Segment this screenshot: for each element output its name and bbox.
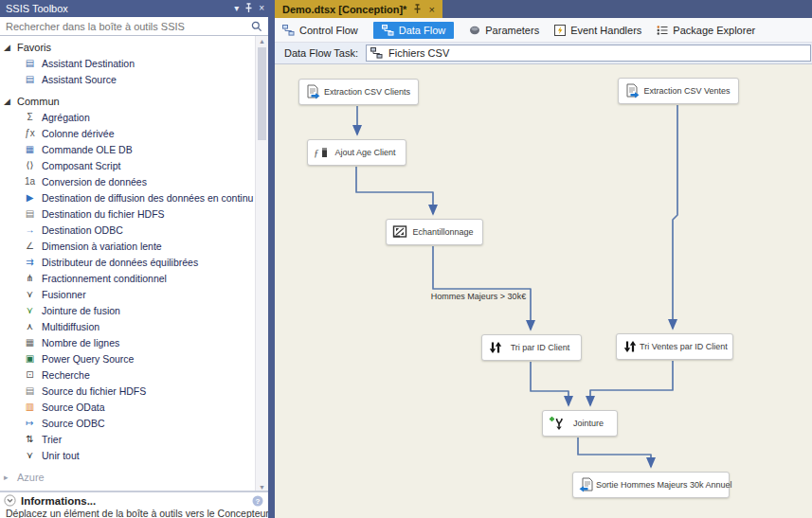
toolbox-item-assistant-source[interactable]: ▤ Assistant Source: [0, 71, 268, 87]
toolbox-title: SSIS Toolbox: [6, 3, 234, 14]
toolbox-search: [0, 17, 268, 36]
scroll-down-icon[interactable]: ▼: [256, 484, 268, 491]
sort-icon: ⇅: [23, 433, 37, 446]
hdfs-file-destination-icon: ▤: [23, 207, 37, 221]
toolbox-item-multicast[interactable]: ⋏ Multidiffusion: [0, 318, 268, 334]
designer-tabs: Control Flow Data Flow Parameters: [275, 18, 812, 43]
info-title: Informations...: [21, 495, 96, 507]
section-commun[interactable]: ◢ Commun: [0, 93, 268, 109]
merge-join-icon: ⋎: [23, 304, 37, 317]
toolbox-list: ◢ Favoris ▤ Assistant Destination ▤ Assi…: [0, 36, 268, 492]
control-flow-icon: [282, 25, 295, 36]
node-jointure[interactable]: Jointure: [542, 410, 618, 437]
pin-icon[interactable]: [413, 4, 422, 14]
section-favoris[interactable]: ◢ Favoris: [0, 39, 268, 55]
close-icon[interactable]: ×: [428, 4, 434, 15]
toolbox-item-assistant-destination[interactable]: ▤ Assistant Destination: [0, 55, 268, 71]
assistant-destination-icon: ▤: [23, 57, 37, 70]
data-conversion-icon: 1a: [23, 175, 37, 188]
node-sortie-hommes-majeurs[interactable]: Sortie Hommes Majeurs 30k Annuel: [572, 472, 730, 498]
hdfs-file-source-icon: ▤: [23, 384, 37, 398]
toolbox-item-hdfs-file-destination[interactable]: ▤ Destination du fichier HDFS: [0, 205, 268, 222]
data-flow-task-label: Data Flow Task:: [284, 47, 358, 59]
toolbox-item-lookup[interactable]: ⊡ Recherche: [0, 366, 268, 383]
tab-parameters[interactable]: Parameters: [469, 25, 539, 36]
toolbox-item-sort[interactable]: ⇅ Trier: [0, 431, 268, 447]
script-component-icon: ⟨⟩: [23, 159, 37, 172]
chevron-circle-icon[interactable]: [4, 494, 16, 507]
document-tab-label: Demo.dtsx [Conception]*: [282, 4, 406, 15]
chevron-expanded-icon: ◢: [4, 97, 12, 106]
data-flow-task-icon: [370, 47, 383, 59]
node-echantillonnage[interactable]: Echantillonnage: [386, 219, 483, 245]
toolbox-item-conditional-split[interactable]: ⋔ Fractionnement conditionnel: [0, 270, 268, 286]
design-surface[interactable]: Extraction CSV Clients Extraction CSV Ve…: [275, 64, 812, 518]
node-extraction-csv-ventes[interactable]: Extraction CSV Ventes: [618, 78, 739, 104]
toolbox-item-union-all[interactable]: ⋎ Unir tout: [0, 447, 268, 463]
document-tab-demo-dtsx[interactable]: Demo.dtsx [Conception]* ×: [275, 0, 442, 18]
toolbox-item-streaming-data-destination[interactable]: ▶ Destination de diffusion des données e…: [0, 189, 268, 205]
tab-data-flow[interactable]: Data Flow: [373, 22, 455, 39]
union-all-icon: ⋎: [23, 449, 37, 462]
tab-control-flow[interactable]: Control Flow: [282, 25, 358, 36]
toolbox-item-balanced-data-distributor[interactable]: ⇉ Distributeur de données équilibrées: [0, 254, 268, 270]
pin-icon[interactable]: [244, 3, 253, 15]
toolbox-item-derived-column[interactable]: ƒx Colonne dérivée: [0, 125, 268, 141]
search-input[interactable]: [0, 18, 247, 35]
svg-text:ƒ: ƒ: [314, 147, 319, 158]
aggregation-icon: Σ: [23, 111, 37, 124]
toolbox-item-power-query-source[interactable]: ▣ Power Query Source: [0, 350, 268, 366]
sort-icon: [488, 340, 503, 355]
toolbox-item-merge[interactable]: ⋎ Fusionner: [0, 286, 268, 302]
chevron-expanded-icon: ◢: [4, 43, 12, 52]
toolbox-titlebar: SSIS Toolbox ▾ ×: [0, 0, 268, 17]
tab-package-explorer[interactable]: Package Explorer: [657, 25, 755, 36]
node-tri-ventes-par-id-client[interactable]: Tri Ventes par ID Client: [616, 333, 733, 360]
toolbox-item-script-component[interactable]: ⟨⟩ Composant Script: [0, 157, 268, 173]
balanced-data-distributor-icon: ⇉: [23, 256, 37, 269]
connector-lines: [275, 64, 812, 518]
info-hint: Déplacez un élément de la boîte à outils…: [0, 508, 268, 518]
toolbox-item-hdfs-file-source[interactable]: ▤ Source du fichier HDFS: [0, 383, 268, 399]
editor-panel: Demo.dtsx [Conception]* × Control Flow: [275, 0, 812, 518]
streaming-data-destination-icon: ▶: [23, 191, 37, 205]
toolbox-item-odbc-destination[interactable]: → Destination ODBC: [0, 222, 268, 238]
toolbox-item-data-conversion[interactable]: 1a Conversion de données: [0, 173, 268, 189]
chevron-collapsed-icon: ▸: [4, 473, 12, 482]
toolbox-item-aggregation[interactable]: Σ Agrégation: [0, 109, 268, 125]
scroll-up-icon[interactable]: ▲: [256, 38, 268, 45]
assistant-source-icon: ▤: [23, 73, 37, 86]
edge-label-hommes-majeurs: Hommes Majeurs > 30k€: [426, 292, 531, 301]
info-panel: Informations... ? Déplacez un élément de…: [0, 491, 268, 518]
toolbox-item-ole-db-command[interactable]: ▦ Commande OLE DB: [0, 141, 268, 157]
window-position-icon[interactable]: ▾: [234, 4, 239, 13]
odata-source-icon: ▥: [23, 401, 37, 414]
tab-event-handlers[interactable]: Event Handlers: [554, 25, 641, 36]
scrollbar-thumb[interactable]: [258, 47, 266, 140]
toolbox-item-merge-join[interactable]: ⋎ Jointure de fusion: [0, 302, 268, 318]
node-tri-par-id-client[interactable]: Tri par ID Client: [481, 334, 582, 361]
derived-column-icon: ƒ: [314, 145, 329, 160]
data-flow-task-selector[interactable]: Fichiers CSV: [366, 45, 811, 62]
sort-icon: [623, 339, 638, 354]
search-icon[interactable]: [251, 21, 262, 32]
odbc-source-icon: ↦: [23, 417, 37, 430]
merge-join-icon: [549, 416, 564, 431]
toolbox-item-odbc-source[interactable]: ↦ Source ODBC: [0, 415, 268, 431]
toolbox-item-slowly-changing-dimension[interactable]: ∠ Dimension à variation lente: [0, 238, 268, 254]
slowly-changing-dimension-icon: ∠: [23, 240, 37, 253]
app-root: SSIS Toolbox ▾ × ◢ Favoris ▤: [0, 0, 812, 518]
help-icon[interactable]: ?: [252, 495, 263, 507]
panel-splitter[interactable]: [268, 0, 275, 518]
odbc-destination-icon: →: [23, 223, 37, 237]
row-sampling-icon: [392, 224, 407, 240]
flat-file-source-icon: [624, 83, 640, 98]
section-azure[interactable]: ▸ Azure: [0, 469, 268, 485]
node-extraction-csv-clients[interactable]: Extraction CSV Clients: [298, 79, 419, 105]
node-ajout-age-client[interactable]: ƒ Ajout Age Client: [307, 139, 406, 166]
close-icon[interactable]: ×: [259, 4, 264, 13]
event-handlers-icon: [554, 25, 566, 36]
toolbox-scrollbar[interactable]: ▲ ▼: [255, 36, 268, 492]
toolbox-item-odata-source[interactable]: ▥ Source OData: [0, 399, 268, 415]
toolbox-item-row-count[interactable]: ▦ Nombre de lignes: [0, 334, 268, 350]
